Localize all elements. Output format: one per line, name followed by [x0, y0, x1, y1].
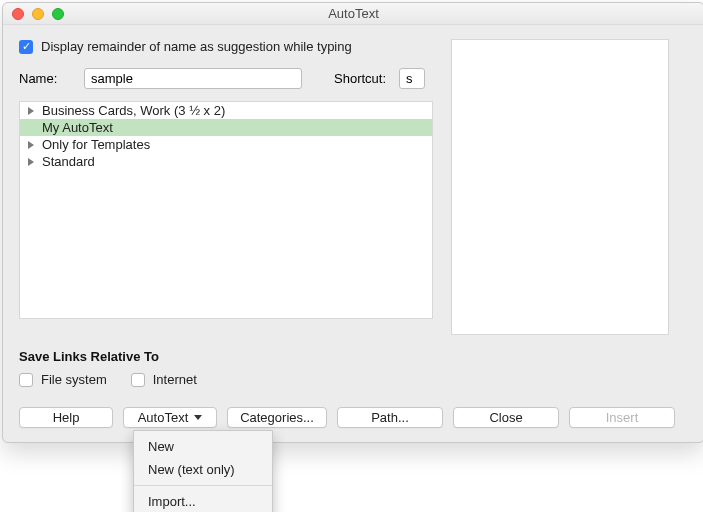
insert-button: Insert	[569, 407, 675, 428]
tree-item-label: Standard	[42, 154, 95, 169]
window-title: AutoText	[3, 6, 703, 21]
name-label: Name:	[19, 71, 74, 86]
suggest-label: Display remainder of name as suggestion …	[41, 39, 352, 54]
autotext-dialog: AutoText ✓ Display remainder of name as …	[2, 2, 703, 443]
internet-checkbox[interactable]	[131, 373, 145, 387]
filesystem-label: File system	[41, 372, 107, 387]
titlebar: AutoText	[3, 3, 703, 25]
shortcut-input[interactable]	[399, 68, 425, 89]
autotext-dropdown-button[interactable]: AutoText	[123, 407, 217, 428]
chevron-right-icon[interactable]	[28, 141, 34, 149]
tree-item-label: My AutoText	[42, 120, 113, 135]
tree-item-label: Business Cards, Work (3 ½ x 2)	[42, 103, 225, 118]
filesystem-checkbox[interactable]	[19, 373, 33, 387]
shortcut-label: Shortcut:	[334, 71, 389, 86]
path-button[interactable]: Path...	[337, 407, 443, 428]
minimize-icon[interactable]	[32, 8, 44, 20]
menu-item-new-text-only[interactable]: New (text only)	[134, 458, 272, 481]
links-section-title: Save Links Relative To	[19, 349, 688, 364]
category-tree[interactable]: Business Cards, Work (3 ½ x 2) My AutoTe…	[19, 101, 433, 319]
tree-item[interactable]: Standard	[20, 153, 432, 170]
preview-pane	[451, 39, 669, 335]
chevron-right-icon[interactable]	[28, 158, 34, 166]
zoom-icon[interactable]	[52, 8, 64, 20]
tree-item[interactable]: Business Cards, Work (3 ½ x 2)	[20, 102, 432, 119]
chevron-right-icon[interactable]	[28, 107, 34, 115]
menu-item-import[interactable]: Import...	[134, 490, 272, 512]
menu-separator	[134, 485, 272, 486]
tree-item[interactable]: Only for Templates	[20, 136, 432, 153]
chevron-down-icon	[194, 415, 202, 420]
tree-item[interactable]: My AutoText	[20, 119, 432, 136]
close-icon[interactable]	[12, 8, 24, 20]
suggest-checkbox[interactable]: ✓	[19, 40, 33, 54]
close-button[interactable]: Close	[453, 407, 559, 428]
name-input[interactable]	[84, 68, 302, 89]
menu-item-new[interactable]: New	[134, 435, 272, 458]
internet-label: Internet	[153, 372, 197, 387]
autotext-dropdown-menu: New New (text only) Import...	[133, 430, 273, 512]
help-button[interactable]: Help	[19, 407, 113, 428]
tree-item-label: Only for Templates	[42, 137, 150, 152]
categories-button[interactable]: Categories...	[227, 407, 327, 428]
spacer	[28, 124, 34, 132]
